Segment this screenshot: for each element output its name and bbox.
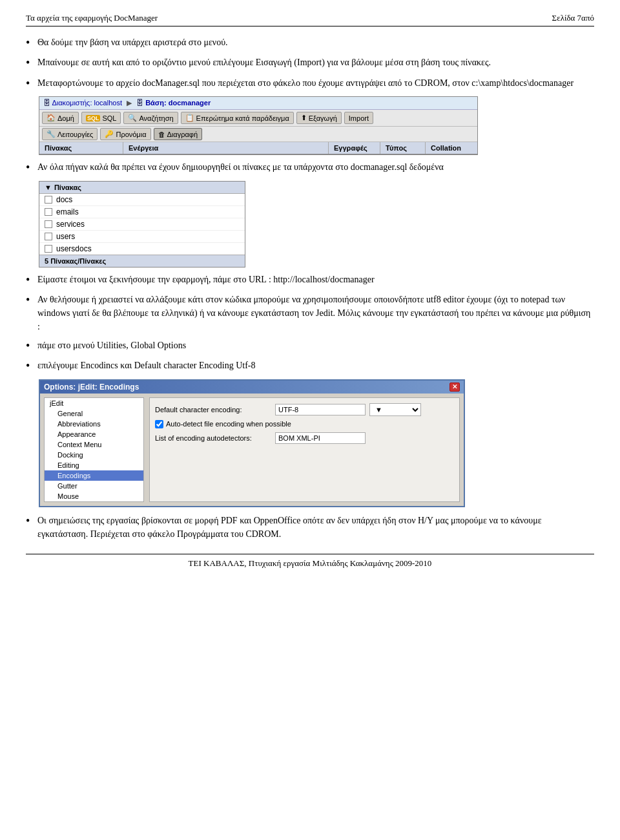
tl-footer: 5 Πίνακας/Πίνακες	[39, 255, 245, 267]
jedit-sidebar-item-mouse[interactable]: Mouse	[45, 491, 143, 501]
jedit-autodetect-row: Auto-detect file encoding when possible	[155, 420, 454, 428]
table-list-name: users	[56, 232, 75, 241]
pma-btn-operations[interactable]: 🔧 Λειτουργίες	[42, 128, 98, 140]
bullet-text-5: Αν θελήσουμε ή χρειαστεί να αλλάξουμε κά…	[37, 293, 594, 333]
tl-header-icon: ▼	[45, 184, 52, 191]
table-list-row: services	[39, 218, 245, 231]
pma-th-action: Ενέργεια	[123, 142, 329, 154]
table-list-checkbox[interactable]	[45, 233, 52, 240]
table-list-screenshot: ▼ Πίνακας docsemailsservicesusersusersdo…	[39, 181, 245, 268]
pma-table-header: Πίνακας Ενέργεια Εγγραφές Τύπος Collatio…	[39, 142, 477, 154]
jedit-autodetect-checkbox[interactable]	[155, 420, 163, 428]
tl-rows-container: docsemailsservicesusersusersdocs	[39, 194, 245, 255]
table-list-row: users	[39, 231, 245, 243]
jedit-sidebar-items: jEditGeneralAbbreviationsAppearanceConte…	[45, 398, 143, 501]
pma-btn-import[interactable]: Import	[344, 112, 373, 124]
bullet-text-final: Οι σημειώσεις της εργασίας βρίσκονται σε…	[37, 514, 594, 541]
page-header: Τα αρχεία της εφαρμογής DocManager Σελίδ…	[26, 13, 594, 26]
bullet-item-6: • πάμε στο μενού Utilities, Global Optio…	[26, 339, 594, 353]
header-title-right: Σελίδα 7από	[552, 13, 594, 23]
table-list-name: services	[56, 220, 85, 229]
pma-th-table: Πίνακας	[39, 142, 123, 154]
bullet-dot-b6: •	[26, 339, 37, 353]
table-list-name: usersdocs	[56, 244, 92, 253]
bullet-text-4: Είμαστε έτοιμοι να ξεκινήσουμε την εφαρμ…	[37, 273, 375, 286]
jedit-body: jEditGeneralAbbreviationsAppearanceConte…	[40, 394, 464, 506]
bullet-item-final: • Οι σημειώσεις της εργασίας βρίσκονται …	[26, 514, 594, 541]
jedit-sidebar-item-gutter[interactable]: Gutter	[45, 481, 143, 491]
bullet-dot-final: •	[26, 514, 37, 529]
jedit-encoding-dropdown[interactable]: ▼	[369, 403, 421, 416]
jedit-sidebar-item-encodings[interactable]: Encodings	[45, 470, 143, 481]
pma-btn-search[interactable]: 🔍 Αναζήτηση	[123, 112, 178, 124]
table-list-row: emails	[39, 206, 245, 218]
phpmyadmin-screenshot: 🗄 Διακομιστής: localhost ▶ 🗄 Βάση: docma…	[39, 96, 478, 155]
pma-th-type: Τύπος	[380, 142, 426, 154]
pma-btn-privileges[interactable]: 🔑 Προνόμια	[100, 128, 150, 140]
table-list-checkbox[interactable]	[45, 245, 52, 253]
jedit-sidebar-item-jedit[interactable]: jEdit	[45, 398, 143, 408]
jedit-list-input[interactable]	[275, 432, 366, 444]
pma-db-icon: 🗄	[43, 99, 50, 107]
jedit-title-text: Options: jEdit: Encodings	[44, 383, 139, 392]
pma-breadcrumb: 🗄 Διακομιστής: localhost ▶ 🗄 Βάση: docma…	[39, 97, 477, 110]
jedit-encoding-input[interactable]	[275, 404, 366, 415]
bullet-dot-1: •	[26, 36, 37, 50]
pma-btn-query[interactable]: 📋 Επερώτημα κατά παράδειγμα	[181, 112, 294, 124]
jedit-sidebar-item-context-menu[interactable]: Context Menu	[45, 439, 143, 450]
bullet-dot-2: •	[26, 56, 37, 70]
table-list-checkbox[interactable]	[45, 208, 52, 216]
tl-header-label: Πίνακας	[54, 184, 81, 191]
jedit-sidebar: jEditGeneralAbbreviationsAppearanceConte…	[44, 397, 144, 502]
pma-toolbar-row2: 🔧 Λειτουργίες 🔑 Προνόμια 🗑 Διαγραφή	[39, 127, 477, 142]
pma-btn-delete[interactable]: 🗑 Διαγραφή	[154, 128, 203, 140]
jedit-close-button[interactable]: ✕	[450, 383, 460, 392]
jedit-dialog: Options: jEdit: Encodings ✕ jEditGeneral…	[39, 379, 465, 507]
pma-th-records: Εγγραφές	[329, 142, 380, 154]
bullet-text-2: Μπαίνουμε σε αυτή και από το οριζόντιο μ…	[37, 56, 491, 69]
pma-host-link[interactable]: Διακομιστής: localhost	[52, 99, 122, 107]
table-list-checkbox[interactable]	[45, 220, 52, 228]
bullet-item-after-pma: • Αν όλα πήγαν καλά θα πρέπει να έχουν δ…	[26, 160, 594, 175]
jedit-sidebar-item-general[interactable]: General	[45, 408, 143, 419]
pma-db-icon2: 🗄	[136, 99, 143, 107]
bullet-item-4: • Είμαστε έτοιμοι να ξεκινήσουμε την εφα…	[26, 273, 594, 288]
bullet-item-2: • Μπαίνουμε σε αυτή και από το οριζόντιο…	[26, 56, 594, 70]
bullet-text-7: επιλέγουμε Encodincs και Default charact…	[37, 359, 255, 372]
jedit-titlebar: Options: jEdit: Encodings ✕	[40, 381, 464, 394]
table-list-name: docs	[56, 195, 72, 204]
bullet-dot-b4: •	[26, 273, 37, 288]
table-list-checkbox[interactable]	[45, 196, 52, 204]
bullet-item-3: • Μεταφορτώνουμε το αρχείο docManager.sq…	[26, 76, 594, 91]
jedit-encoding-row: Default character encoding: ▼	[155, 403, 454, 416]
jedit-sidebar-item-editing[interactable]: Editing	[45, 460, 143, 470]
jedit-list-label: List of encoding autodetectors:	[155, 434, 271, 442]
pma-btn-export[interactable]: ⬆ Εξαγωγή	[296, 112, 342, 124]
pma-toolbar-row1: 🏠 Δομή SQL SQL 🔍 Αναζήτηση 📋 Επερώτημα κ…	[39, 110, 477, 127]
jedit-sidebar-item-abbreviations[interactable]: Abbreviations	[45, 419, 143, 429]
pma-th-collation: Collation	[426, 142, 477, 154]
bullet-text-after-pma: Αν όλα πήγαν καλά θα πρέπει να έχουν δημ…	[37, 160, 444, 174]
bullet-text-1: Θα δούμε την βάση να υπάρχει αριστερά στ…	[37, 36, 228, 49]
jedit-encoding-label: Default character encoding:	[155, 406, 271, 414]
bullet-item-7: • επιλέγουμε Encodincs και Default chara…	[26, 359, 594, 373]
pma-breadcrumb-arrow: ▶	[127, 99, 132, 107]
bullet-text-6: πάμε στο μενού Utilities, Global Options	[37, 339, 186, 352]
bullet-dot-3: •	[26, 76, 37, 91]
pma-btn-sql[interactable]: SQL SQL	[81, 112, 121, 124]
jedit-content: Default character encoding: ▼ Auto-detec…	[149, 397, 460, 502]
header-title-left: Τα αρχεία της εφαρμογής DocManager	[26, 13, 158, 23]
pma-btn-structure[interactable]: 🏠 Δομή	[42, 112, 79, 124]
bullet-dot-4: •	[26, 160, 37, 175]
jedit-sidebar-item-docking[interactable]: Docking	[45, 450, 143, 460]
bullet-dot-b7: •	[26, 359, 37, 373]
bullet-item-5: • Αν θελήσουμε ή χρειαστεί να αλλάξουμε …	[26, 293, 594, 333]
table-list-row: docs	[39, 194, 245, 206]
bullet-dot-b5: •	[26, 293, 37, 308]
table-list-row: usersdocs	[39, 243, 245, 255]
tl-header: ▼ Πίνακας	[39, 182, 245, 194]
jedit-sidebar-item-appearance[interactable]: Appearance	[45, 429, 143, 439]
jedit-autodetect-label: Auto-detect file encoding when possible	[166, 420, 291, 428]
page-footer: ΤΕΙ ΚΑΒΑΛΑΣ, Πτυχιακή εργασία Μιλτιάδης …	[26, 554, 594, 569]
jedit-list-row: List of encoding autodetectors:	[155, 432, 454, 444]
